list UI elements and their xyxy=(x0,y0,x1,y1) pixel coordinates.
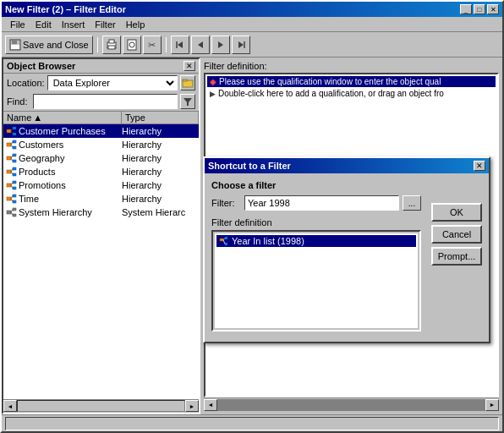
modal-filter-browse-button[interactable]: ... xyxy=(403,195,421,211)
svg-rect-50 xyxy=(13,214,16,216)
title-bar-buttons: _ □ ✕ xyxy=(460,4,499,14)
location-label: Location: xyxy=(7,78,45,88)
svg-rect-28 xyxy=(7,156,11,160)
maximize-button[interactable]: □ xyxy=(474,4,485,14)
list-item[interactable]: Geography Hierarchy xyxy=(3,151,199,165)
col-header-name[interactable]: Name ▲ xyxy=(3,112,122,123)
save-close-button[interactable]: Save and Close xyxy=(5,36,93,54)
object-list[interactable]: Customer Purchases Hierarchy xyxy=(3,124,199,399)
title-bar: New Filter (2) – Filter Editor _ □ ✕ xyxy=(2,2,502,17)
svg-rect-39 xyxy=(13,181,16,184)
svg-line-21 xyxy=(11,129,13,132)
save-icon xyxy=(9,39,21,51)
print-preview-icon xyxy=(126,39,138,51)
ok-button[interactable]: OK xyxy=(431,203,482,222)
item-name: Products xyxy=(19,167,122,177)
modal-section-label: Choose a filter xyxy=(211,180,421,190)
item-type: Hierarchy xyxy=(122,180,197,190)
svg-line-22 xyxy=(11,131,13,134)
svg-line-27 xyxy=(11,145,13,148)
hierarchy-icon xyxy=(5,192,19,206)
item-name: Customer Purchases xyxy=(19,126,122,136)
nav-btn-1[interactable] xyxy=(171,36,189,54)
col-header-type[interactable]: Type xyxy=(122,112,199,123)
modal-title: Shortcut to a Filter xyxy=(208,161,291,171)
list-item[interactable]: System Hierarchy System Hierarc xyxy=(3,206,199,219)
folder-icon xyxy=(182,77,194,89)
svg-marker-13 xyxy=(238,41,244,48)
def-item-icon xyxy=(219,236,229,246)
scroll-right-button[interactable]: ► xyxy=(185,400,199,412)
menu-edit[interactable]: Edit xyxy=(30,19,57,30)
object-browser-panel: Object Browser ✕ Location: Data Explorer xyxy=(2,58,200,414)
nav-left-icon xyxy=(174,39,186,51)
prompt-button[interactable]: Prompt... xyxy=(431,247,482,266)
nav-right2-icon xyxy=(215,39,227,51)
find-filter-button[interactable] xyxy=(180,94,195,109)
list-item[interactable]: Customers Hierarchy xyxy=(3,138,199,151)
scroll-left-button[interactable]: ◄ xyxy=(3,400,17,412)
svg-rect-35 xyxy=(13,173,16,176)
find-label: Find: xyxy=(7,96,30,107)
nav-btn-4[interactable] xyxy=(232,36,250,54)
filter-info-row: ◆ Please use the qualification window to… xyxy=(207,76,496,87)
svg-line-51 xyxy=(11,210,13,213)
scroll-track[interactable] xyxy=(217,399,485,411)
svg-marker-12 xyxy=(218,41,223,48)
scroll-right-btn[interactable]: ► xyxy=(485,399,499,411)
find-input[interactable] xyxy=(33,94,178,109)
menu-filter[interactable]: Filter xyxy=(90,19,120,30)
cancel-button[interactable]: Cancel xyxy=(431,225,482,244)
location-select[interactable]: Data Explorer xyxy=(47,75,178,90)
item-type: Hierarchy xyxy=(122,194,197,204)
svg-line-37 xyxy=(11,172,13,175)
print-button[interactable] xyxy=(102,36,121,54)
location-browse-button[interactable] xyxy=(180,75,195,90)
cut-button[interactable]: ✂ xyxy=(143,36,162,54)
svg-rect-1 xyxy=(12,40,17,44)
menu-help[interactable]: Help xyxy=(121,19,151,30)
svg-rect-49 xyxy=(13,208,16,211)
svg-line-32 xyxy=(11,158,13,162)
nav-btn-2[interactable] xyxy=(191,36,210,54)
find-row: Find: xyxy=(3,92,199,111)
list-item[interactable]: Time Hierarchy xyxy=(3,192,199,206)
svg-rect-16 xyxy=(183,79,187,81)
shortcut-filter-dialog: Shortcut to a Filter ✕ Choose a filter F… xyxy=(203,156,490,343)
modal-filter-input[interactable] xyxy=(244,195,399,211)
item-name: Promotions xyxy=(19,180,122,190)
modal-filter-row: Filter: ... xyxy=(211,195,421,211)
scroll-left-btn[interactable]: ◄ xyxy=(204,399,217,411)
close-button[interactable]: ✕ xyxy=(487,4,499,14)
toolbar: Save and Close ✂ xyxy=(2,32,502,58)
hierarchy-icon xyxy=(5,151,19,165)
svg-marker-11 xyxy=(198,41,203,48)
item-type: Hierarchy xyxy=(122,153,197,163)
print-preview-button[interactable] xyxy=(123,36,141,54)
modal-buttons: OK Cancel Prompt... xyxy=(431,203,482,266)
scroll-track[interactable] xyxy=(17,400,185,412)
item-type: System Hierarc xyxy=(122,207,197,217)
svg-rect-24 xyxy=(13,140,16,143)
window-title: New Filter (2) – Filter Editor xyxy=(5,4,126,14)
svg-rect-23 xyxy=(7,143,11,146)
object-browser-title-bar: Object Browser ✕ xyxy=(3,59,199,74)
object-browser-close-button[interactable]: ✕ xyxy=(184,61,195,71)
modal-close-button[interactable]: ✕ xyxy=(474,161,485,171)
menu-insert[interactable]: Insert xyxy=(57,19,90,30)
minimize-button[interactable]: _ xyxy=(460,4,472,14)
svg-rect-48 xyxy=(7,211,11,214)
svg-line-41 xyxy=(11,183,13,186)
modal-def-label: Filter definition xyxy=(211,217,421,227)
filter-hint-text: Double-click here to add a qualification… xyxy=(218,89,444,98)
list-item[interactable]: Customer Purchases Hierarchy xyxy=(3,124,199,138)
object-browser-title: Object Browser xyxy=(7,61,75,71)
list-item[interactable]: Promotions Hierarchy xyxy=(3,178,199,192)
nav-btn-3[interactable] xyxy=(211,36,230,54)
item-name: Geography xyxy=(19,153,122,163)
system-hierarchy-icon xyxy=(5,206,19,219)
item-name: Time xyxy=(19,194,122,204)
menu-file[interactable]: File xyxy=(5,19,30,30)
list-item[interactable]: Products Hierarchy xyxy=(3,165,199,178)
svg-rect-38 xyxy=(7,184,11,187)
